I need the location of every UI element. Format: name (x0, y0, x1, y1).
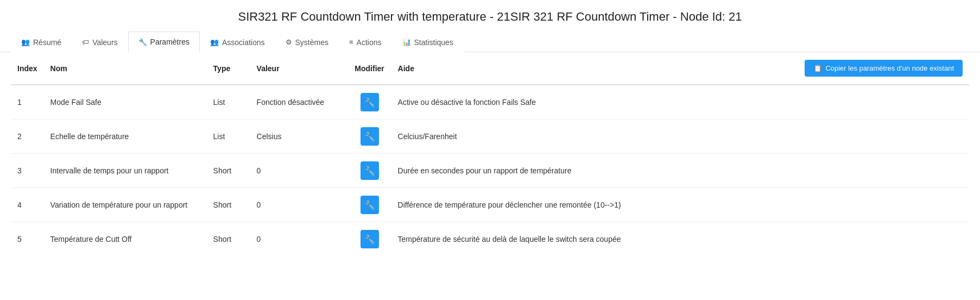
tab-valeurs[interactable]: 🏷 Valeurs (72, 32, 128, 52)
cell-nom: Variation de température pour un rapport (44, 188, 207, 222)
cell-index: 4 (11, 188, 44, 222)
copy-icon: 📋 (813, 64, 822, 72)
table-row: 5 Température de Cutt Off Short 0 🔧 Temp… (11, 222, 969, 257)
col-header-nom: Nom (44, 52, 207, 85)
table-row: 1 Mode Fail Safe List Fonction désactivé… (11, 85, 969, 120)
tab-parametres[interactable]: 🔧 Paramètres (128, 32, 200, 52)
parameters-table-container: Index Nom Type Valeur Modifier Aide 📋 Co… (0, 52, 980, 256)
cell-aide: Durée en secondes pour un rapport de tem… (391, 154, 727, 188)
cell-type: Short (207, 154, 250, 188)
associations-icon: 👥 (210, 38, 219, 46)
tab-systemes-label: Systèmes (295, 38, 328, 47)
tab-associations[interactable]: 👥 Associations (200, 32, 275, 52)
cell-empty (726, 154, 969, 188)
cell-nom: Température de Cutt Off (44, 222, 207, 257)
cell-index: 5 (11, 222, 44, 257)
tab-parametres-label: Paramètres (150, 38, 189, 46)
modifier-button[interactable]: 🔧 (361, 93, 379, 111)
col-header-type: Type (207, 52, 250, 85)
cell-valeur: 0 (250, 154, 348, 188)
cell-aide: Température de sécurité au delà de laque… (391, 222, 727, 257)
tab-resume[interactable]: 👥 Résumé (11, 32, 72, 52)
parametres-icon: 🔧 (138, 38, 147, 46)
copy-button[interactable]: 📋 Copier les paramètres d'un node exista… (805, 60, 963, 77)
statistiques-icon: 📊 (402, 38, 411, 46)
table-row: 3 Intervalle de temps pour un rapport Sh… (11, 154, 969, 188)
cell-valeur: Celsius (250, 120, 348, 154)
cell-empty (726, 188, 969, 222)
table-row: 2 Echelle de température List Celsius 🔧 … (11, 120, 969, 154)
cell-aide: Différence de température pour déclenche… (391, 188, 727, 222)
tab-bar: 👥 Résumé 🏷 Valeurs 🔧 Paramètres 👥 Associ… (0, 32, 980, 52)
cell-valeur: Fonction désactivée (250, 85, 348, 120)
cell-modifier: 🔧 (348, 188, 391, 222)
valeurs-icon: 🏷 (82, 38, 89, 46)
cell-empty (726, 222, 969, 257)
table-row: 4 Variation de température pour un rappo… (11, 188, 969, 222)
page-title: SIR321 RF Countdown Timer with temperatu… (0, 0, 980, 32)
cell-empty (726, 85, 969, 120)
cell-empty (726, 120, 969, 154)
systemes-icon: ⚙ (286, 38, 292, 46)
cell-modifier: 🔧 (348, 120, 391, 154)
tab-statistiques[interactable]: 📊 Statistiques (392, 32, 464, 52)
modifier-button[interactable]: 🔧 (361, 161, 379, 180)
tab-actions-label: Actions (357, 38, 382, 47)
cell-modifier: 🔧 (348, 154, 391, 188)
cell-valeur: 0 (250, 188, 348, 222)
cell-aide: Active ou désactive la fonction Fails Sa… (391, 85, 727, 120)
col-header-valeur: Valeur (250, 52, 348, 85)
cell-valeur: 0 (250, 222, 348, 257)
copy-button-label: Copier les paramètres d'un node existant (825, 64, 954, 72)
tab-associations-label: Associations (222, 38, 265, 47)
col-header-index: Index (11, 52, 44, 85)
cell-modifier: 🔧 (348, 85, 391, 120)
cell-type: Short (207, 188, 250, 222)
parameters-table: Index Nom Type Valeur Modifier Aide 📋 Co… (11, 52, 969, 256)
col-header-aide: Aide (391, 52, 727, 85)
col-header-modifier: Modifier (348, 52, 391, 85)
cell-aide: Celcius/Farenheit (391, 120, 727, 154)
actions-icon: ≡ (349, 38, 353, 46)
modifier-button[interactable]: 🔧 (361, 196, 379, 214)
modifier-button[interactable]: 🔧 (361, 230, 379, 248)
tab-actions[interactable]: ≡ Actions (339, 32, 392, 52)
tab-resume-label: Résumé (33, 38, 61, 47)
cell-type: List (207, 120, 250, 154)
cell-type: Short (207, 222, 250, 257)
cell-nom: Intervalle de temps pour un rapport (44, 154, 207, 188)
modifier-button[interactable]: 🔧 (361, 127, 379, 146)
cell-index: 2 (11, 120, 44, 154)
cell-nom: Echelle de température (44, 120, 207, 154)
resume-icon: 👥 (21, 38, 30, 46)
cell-index: 1 (11, 85, 44, 120)
cell-modifier: 🔧 (348, 222, 391, 257)
tab-valeurs-label: Valeurs (92, 38, 117, 47)
cell-type: List (207, 85, 250, 120)
tab-systemes[interactable]: ⚙ Systèmes (275, 32, 339, 52)
cell-nom: Mode Fail Safe (44, 85, 207, 120)
cell-index: 3 (11, 154, 44, 188)
tab-statistiques-label: Statistiques (414, 38, 453, 47)
col-header-copy: 📋 Copier les paramètres d'un node exista… (726, 52, 969, 85)
